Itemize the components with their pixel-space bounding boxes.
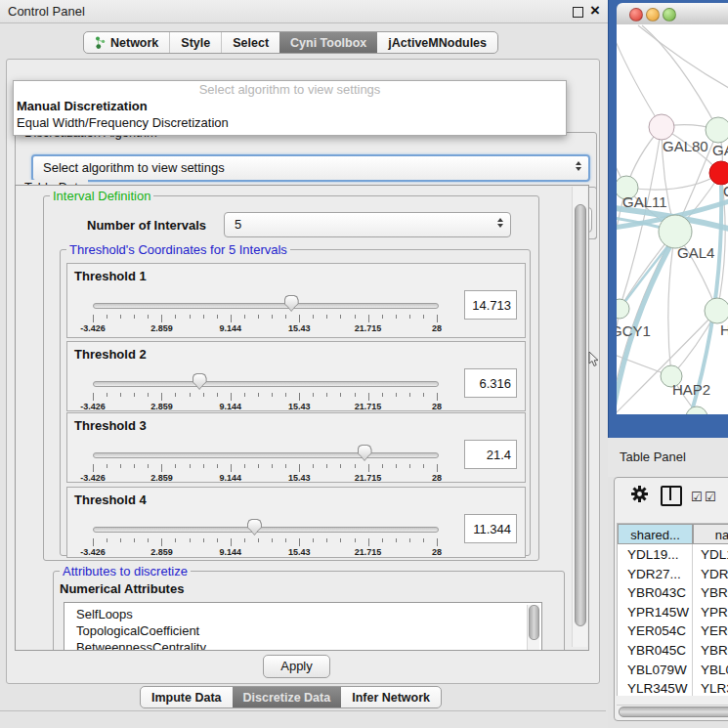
cell-name: YPR1	[701, 603, 728, 622]
threshold-4-value[interactable]: 11.344	[464, 514, 517, 543]
popup-item-1[interactable]: Manual Discretization	[14, 98, 566, 114]
minimize-window-icon[interactable]	[646, 8, 660, 21]
table-row[interactable]: YBR045CYBR0	[618, 641, 728, 661]
slider-tick	[107, 464, 107, 468]
slider-tick	[396, 393, 397, 397]
tab-discretize-data[interactable]: Discretize Data	[233, 687, 342, 707]
tab-impute-data[interactable]: Impute Data	[141, 687, 233, 707]
zoom-window-icon[interactable]	[663, 8, 676, 21]
network-node-green[interactable]	[706, 117, 728, 143]
slider-tick	[231, 315, 232, 322]
tab-infer-network[interactable]: Infer Network	[341, 687, 441, 707]
node-label: H	[720, 321, 728, 338]
slider-tick	[340, 393, 341, 397]
scrollbar-thumb[interactable]	[575, 204, 586, 626]
slider-tick	[107, 315, 107, 319]
threshold-1-slider-track[interactable]	[93, 303, 439, 309]
slider-tick	[340, 538, 341, 542]
settings-scroll-content: Interval Definition Number of Intervals …	[16, 186, 569, 650]
slider-tick	[368, 393, 369, 401]
scrollbar-thumb[interactable]	[529, 605, 539, 640]
column-header-0[interactable]: shared...	[618, 524, 693, 544]
table-row[interactable]: YPR145WYPR1	[618, 603, 728, 622]
close-window-icon[interactable]	[629, 8, 643, 21]
slider-tick	[396, 315, 397, 319]
cyni-toolbox-panel: Discretization Algorithm Select algorith…	[6, 59, 600, 684]
threshold-3-slider-track[interactable]	[93, 452, 439, 458]
table-row[interactable]: YLR345WYLR3	[618, 679, 728, 696]
threshold-1-slider-thumb[interactable]	[284, 295, 299, 312]
column-header-1[interactable]: na	[693, 524, 728, 544]
threshold-2-slider-track[interactable]	[93, 381, 439, 387]
slider-tick	[175, 538, 176, 542]
threshold-2-slider-thumb[interactable]	[193, 373, 207, 390]
network-edge[interactable]	[617, 39, 662, 127]
slider-tick-label: -3.426	[80, 323, 106, 333]
columns-icon[interactable]	[661, 486, 682, 506]
list-item[interactable]: BetweennessCentrality	[64, 639, 541, 650]
slider-tick	[355, 393, 356, 397]
network-node-red[interactable]	[709, 161, 728, 185]
table-row[interactable]: YDL19...YDL1	[618, 545, 728, 565]
threshold-3-slider-thumb[interactable]	[358, 445, 372, 461]
cell-shared-name: YBR045C	[627, 641, 686, 661]
network-node-green[interactable]	[617, 299, 629, 319]
settings-vertical-scrollbar[interactable]	[572, 187, 587, 647]
checkbox-icon[interactable]: ☑	[705, 490, 716, 504]
network-window-titlebar[interactable]	[617, 3, 728, 25]
table-row[interactable]: YER054CYER0	[618, 621, 728, 641]
numerical-attributes-list[interactable]: SelfLoopsTopologicalCoefficientBetweenne…	[64, 602, 542, 650]
network-view-canvas[interactable]: GAL80GACGAL11GAL4GCY1HHAP2	[617, 24, 728, 414]
list-item[interactable]: SelfLoops	[64, 606, 541, 622]
threshold-1-value[interactable]: 14.713	[464, 290, 517, 320]
slider-tick	[355, 315, 356, 319]
network-node-green[interactable]	[686, 407, 707, 414]
scrollbar-thumb[interactable]	[619, 707, 728, 717]
table-row[interactable]: YBR043CYBR0	[618, 583, 728, 603]
slider-tick	[285, 464, 286, 468]
table-row[interactable]: YDR27...YDR2	[618, 565, 728, 584]
tab-jactivemnodules[interactable]: jActiveMNodules	[377, 32, 497, 53]
popup-item-2[interactable]: Equal Width/Frequency Discretization	[14, 114, 566, 131]
slider-tick-label: 21.715	[355, 323, 382, 333]
attributes-list-scrollbar[interactable]	[527, 605, 539, 650]
tab-select[interactable]: Select	[221, 32, 279, 53]
slider-tick	[423, 393, 424, 397]
list-item[interactable]: TopologicalCoefficient	[64, 622, 541, 639]
tab-network[interactable]: Network	[84, 32, 169, 53]
slider-tick	[355, 464, 356, 468]
popup-item-0[interactable]: Select algorithm to view settings	[14, 81, 566, 98]
slider-tick	[272, 464, 273, 468]
bottom-tab-bar: Impute DataDiscretize DataInfer Network	[140, 686, 442, 708]
threshold-4-slider-track[interactable]	[93, 527, 439, 533]
cell-name: YLR3	[701, 679, 728, 696]
slider-tick-label: 28	[432, 402, 442, 411]
cell-name: YER0	[701, 621, 728, 641]
tab-cyni-toolbox[interactable]: Cyni Toolbox	[279, 32, 377, 53]
apply-button[interactable]: Apply	[263, 655, 330, 678]
gear-icon[interactable]	[630, 485, 649, 503]
slider-tick-label: -3.426	[80, 473, 106, 483]
algorithm-combobox[interactable]: Select algorithm to view settings	[31, 154, 590, 182]
slider-tick	[299, 393, 300, 401]
close-icon[interactable]: ×	[590, 1, 600, 21]
table-row[interactable]: YBL079WYBL0	[618, 661, 728, 680]
threshold-4-slider-thumb[interactable]	[247, 519, 262, 535]
threshold-2-value[interactable]: 6.316	[464, 368, 517, 398]
interval-definition-group: Interval Definition Number of Intervals …	[43, 195, 539, 561]
tab-style[interactable]: Style	[169, 32, 221, 53]
network-window-frame: GAL80GACGAL11GAL4GCY1HHAP2	[608, 0, 728, 438]
float-panel-icon[interactable]	[573, 7, 583, 18]
threshold-3-value[interactable]: 21.4	[464, 440, 517, 469]
slider-tick	[203, 464, 204, 468]
node-label: GCY1	[617, 322, 651, 339]
network-node-pink[interactable]	[649, 114, 674, 140]
table-panel-title: Table Panel	[620, 450, 686, 464]
network-node-green[interactable]	[659, 215, 692, 248]
checkbox-icon[interactable]: ☑	[691, 490, 703, 504]
number-of-intervals-combobox[interactable]: 5	[224, 212, 511, 237]
table-horizontal-scrollbar[interactable]	[617, 705, 728, 717]
network-edge[interactable]	[626, 173, 721, 190]
attributes-group-title: Attributes to discretize	[60, 564, 191, 578]
network-node-green[interactable]	[705, 298, 728, 323]
